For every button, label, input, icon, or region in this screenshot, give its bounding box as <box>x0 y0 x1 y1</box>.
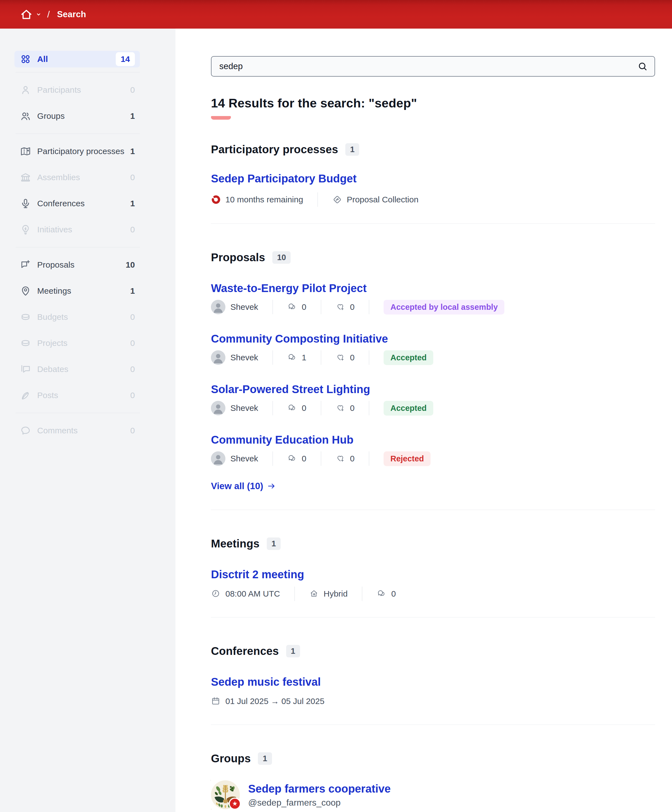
comments-count-label: 0 <box>302 403 307 413</box>
group-handle: @sedep_farmers_coop <box>248 798 391 808</box>
process-phase: Proposal Collection <box>332 194 418 205</box>
endorsements-count: 0 <box>336 353 355 363</box>
proposal-meta-row: Shevek 1 <box>211 350 655 365</box>
sidebar-item-count: 1 <box>130 147 135 156</box>
sidebar-item-meetings[interactable]: Meetings 1 <box>14 278 140 304</box>
section-divider <box>211 617 655 618</box>
section-groups: Groups 1 <box>211 751 655 765</box>
meta-separator <box>369 401 369 415</box>
verified-star-badge: ★ <box>229 798 241 810</box>
conference-result-link[interactable]: Sedep music festival <box>211 675 321 689</box>
meta-separator <box>362 587 362 601</box>
meta-separator <box>321 350 321 365</box>
meta-separator <box>273 401 273 415</box>
time-remaining: 10 months remaining <box>211 194 303 205</box>
sidebar-item-label: Posts <box>37 391 130 400</box>
author-name[interactable]: Shevek <box>230 353 258 362</box>
sidebar-item-participatory-processes[interactable]: Participatory processes 1 <box>14 138 140 164</box>
meeting-mode: Hybrid <box>309 589 348 599</box>
meeting-result-link[interactable]: Disctrit 2 meeting <box>211 568 304 581</box>
comments-count: 1 <box>287 353 307 363</box>
proposal-result-link[interactable]: Solar-Powered Street Lighting <box>211 382 370 396</box>
view-all-proposals-link[interactable]: View all (10) <box>211 481 276 491</box>
meta-separator <box>273 300 273 314</box>
comments-count-label: 0 <box>302 302 307 312</box>
group-avatar: ★ <box>211 780 240 809</box>
home-hybrid-icon <box>309 589 319 599</box>
sidebar-item-initiatives[interactable]: Initiatives 0 <box>14 217 140 242</box>
sidebar-divider <box>15 133 140 134</box>
avatar <box>211 451 225 466</box>
author-name[interactable]: Shevek <box>230 454 258 463</box>
meta-separator <box>321 401 321 415</box>
status-badge: Accepted <box>384 401 433 416</box>
sidebar-item-proposals[interactable]: Proposals 10 <box>14 252 140 278</box>
proposal-result-link[interactable]: Waste-to-Energy Pilot Project <box>211 281 367 295</box>
meta-separator <box>317 193 318 207</box>
heading-underline <box>211 116 231 119</box>
search-input[interactable] <box>211 56 655 77</box>
home-menu-button[interactable] <box>20 8 42 21</box>
time-remaining-label: 10 months remaining <box>225 195 303 204</box>
section-count-badge: 10 <box>272 251 291 264</box>
sidebar-item-label: Proposals <box>37 260 126 270</box>
sidebar-item-count: 0 <box>130 426 135 435</box>
sidebar-item-comments[interactable]: Comments 0 <box>14 418 140 444</box>
conference-dates: 01 Jul 2025 → 05 Jul 2025 <box>211 696 324 706</box>
sidebar-item-projects[interactable]: Projects 0 <box>14 330 140 356</box>
sidebar-item-debates[interactable]: Debates 0 <box>14 356 140 382</box>
chat-bubble-icon <box>20 425 31 436</box>
sidebar-item-label: Comments <box>37 426 130 435</box>
proposal-result-link[interactable]: Community Education Hub <box>211 433 353 446</box>
top-navigation-bar: / Search <box>0 0 672 29</box>
sidebar-item-label: Debates <box>37 365 130 374</box>
sidebar-item-label: Participatory processes <box>37 147 130 156</box>
endorsements-count-label: 0 <box>350 454 355 463</box>
comments-count-label: 0 <box>302 454 307 463</box>
sidebar-item-label: All <box>37 55 116 64</box>
section-divider <box>211 223 655 224</box>
comments-icon <box>287 353 297 363</box>
breadcrumb: Search <box>57 9 86 19</box>
meta-separator <box>273 451 273 466</box>
discuss-icon <box>20 364 31 375</box>
sidebar-item-count: 0 <box>130 338 135 348</box>
sidebar-item-budgets[interactable]: Budgets 0 <box>14 304 140 330</box>
heart-plus-icon <box>336 403 346 413</box>
lightbulb-icon <box>20 224 31 235</box>
search-icon[interactable] <box>637 61 648 72</box>
sidebar-item-posts[interactable]: Posts 0 <box>14 382 140 408</box>
sidebar-item-count: 14 <box>116 52 135 66</box>
sidebar-item-all[interactable]: All 14 <box>14 51 140 67</box>
breadcrumb-separator: / <box>47 9 50 20</box>
comments-count: 0 <box>287 403 307 413</box>
sidebar-item-label: Meetings <box>37 286 130 296</box>
process-result-link[interactable]: Sedep Participatory Budget <box>211 172 356 185</box>
section-meetings: Meetings 1 <box>211 537 655 551</box>
proposal-meta-row: Shevek 0 <box>211 451 655 466</box>
search-filters-sidebar: All 14 Participants 0 Grou <box>0 29 176 812</box>
sidebar-item-conferences[interactable]: Conferences 1 <box>14 191 140 217</box>
status-badge: Accepted by local assembly <box>384 300 504 314</box>
sidebar-item-count: 0 <box>130 365 135 374</box>
proposal-result-link[interactable]: Community Composting Initiative <box>211 332 388 345</box>
status-badge: Accepted <box>384 350 433 365</box>
sidebar-item-participants[interactable]: Participants 0 <box>14 77 140 103</box>
coin-icon <box>20 312 31 322</box>
comments-count: 0 <box>287 302 307 312</box>
chevron-down-icon <box>36 11 42 17</box>
comments-icon <box>287 454 297 464</box>
section-count-badge: 1 <box>345 143 359 156</box>
comments-icon <box>287 302 297 312</box>
sidebar-item-assemblies[interactable]: Assemblies 0 <box>14 164 140 191</box>
section-count-badge: 1 <box>267 537 281 550</box>
group-result-link[interactable]: Sedep farmers cooperative <box>248 782 391 795</box>
author-name[interactable]: Shevek <box>230 302 258 312</box>
sidebar-item-count: 10 <box>126 260 135 270</box>
conference-dates-label: 01 Jul 2025 → 05 Jul 2025 <box>225 696 324 706</box>
sidebar-item-label: Conferences <box>37 199 130 208</box>
sidebar-item-groups[interactable]: Groups 1 <box>14 103 140 129</box>
group-icon <box>20 111 31 121</box>
author-name[interactable]: Shevek <box>230 403 258 413</box>
status-badge: Rejected <box>384 451 430 466</box>
